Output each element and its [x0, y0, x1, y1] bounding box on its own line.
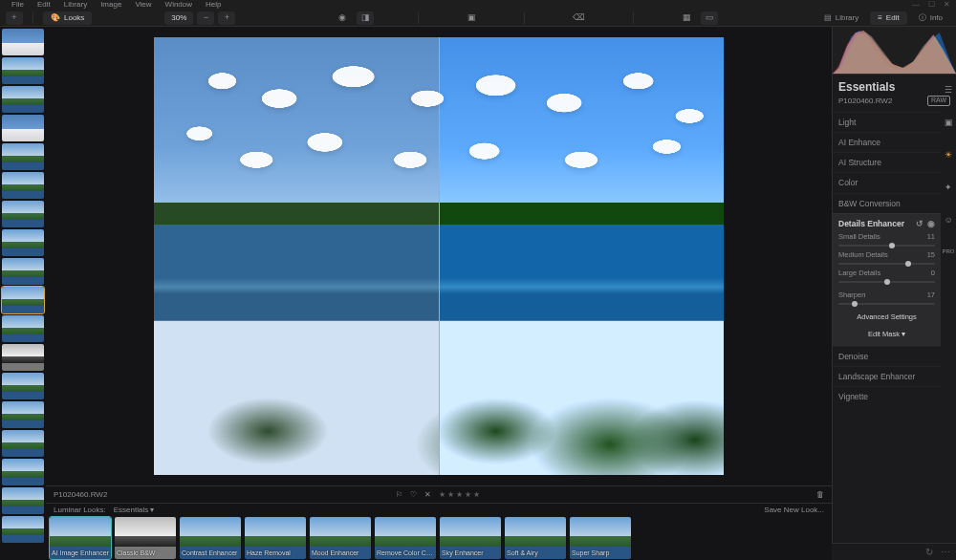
thumbnail[interactable]: [2, 258, 44, 285]
history-icon[interactable]: ↻: [925, 547, 933, 558]
heart-icon[interactable]: ♡: [410, 490, 417, 500]
window-controls: — ☐ ✕: [912, 0, 950, 10]
reject-icon[interactable]: ✕: [424, 490, 431, 500]
grid-icon[interactable]: ▦: [678, 11, 695, 25]
mode-edit[interactable]: ≡Edit: [870, 11, 906, 25]
menu-edit[interactable]: Edit: [32, 0, 56, 10]
edit-mask-button[interactable]: Edit Mask ▾: [838, 327, 935, 341]
advanced-settings-button[interactable]: Advanced Settings: [838, 310, 935, 324]
section-title: Essentials: [833, 75, 956, 96]
filter-landscape-enhancer[interactable]: Landscape Enhancer: [833, 366, 941, 386]
thumbnail[interactable]: [2, 459, 44, 485]
thumbnail[interactable]: [2, 487, 44, 514]
visibility-icon[interactable]: ◉: [927, 219, 935, 228]
menu-help[interactable]: Help: [200, 0, 227, 10]
pro-icon[interactable]: PRO: [943, 247, 954, 258]
thumbnail[interactable]: [2, 315, 44, 342]
close-button[interactable]: ✕: [943, 0, 950, 10]
look-item[interactable]: AI Image Enhancer: [50, 517, 111, 559]
menu-dots-icon[interactable]: ⋯: [941, 547, 950, 558]
thumbnail[interactable]: [2, 201, 44, 227]
looks-button[interactable]: 🎨 Looks: [43, 11, 92, 25]
filter-denoise[interactable]: Denoise: [833, 346, 941, 366]
thumbnail[interactable]: [2, 401, 44, 428]
slider-value: 0: [920, 269, 935, 277]
mode-info[interactable]: ⓘInfo: [911, 11, 950, 25]
thumbnail[interactable]: [2, 430, 44, 457]
maximize-button[interactable]: ☐: [927, 0, 935, 10]
look-item[interactable]: Mood Enhancer: [310, 517, 371, 559]
menu-window[interactable]: Window: [160, 0, 198, 10]
thumbnail[interactable]: [2, 373, 44, 399]
save-look-button[interactable]: Save New Look...: [764, 506, 824, 515]
slider-sharpen[interactable]: [838, 301, 935, 307]
zoom-in-button[interactable]: +: [218, 11, 235, 25]
menu-image[interactable]: Image: [95, 0, 127, 10]
slider-label: Sharpen: [838, 291, 865, 299]
reset-icon[interactable]: ↺: [916, 219, 923, 228]
eye-icon[interactable]: ◉: [334, 11, 351, 25]
thumbnail[interactable]: [2, 57, 44, 84]
thumbnail[interactable]: [2, 516, 44, 543]
crop-icon[interactable]: ▣: [463, 11, 480, 25]
thumbnail[interactable]: [2, 115, 44, 141]
compare-divider[interactable]: [439, 37, 440, 475]
filter-details-enhancer[interactable]: Details Enhancer ↺ ◉ Small Details11 Med…: [833, 213, 941, 346]
slider-value: 15: [920, 250, 935, 259]
right-panel: Essentials P1020460.RW2 RAW Light AI Enh…: [832, 27, 956, 560]
look-item[interactable]: Contrast Enhancer: [180, 517, 241, 559]
minimize-button[interactable]: —: [912, 0, 920, 10]
zoom-out-button[interactable]: −: [197, 11, 214, 25]
slider-label: Small Details: [838, 232, 880, 241]
slider-medium-details[interactable]: [838, 261, 935, 267]
thumbnail[interactable]: [2, 229, 44, 256]
slider-large-details[interactable]: [838, 279, 935, 285]
trash-icon[interactable]: 🗑: [816, 490, 824, 500]
filter-color[interactable]: Color: [833, 172, 941, 192]
look-item[interactable]: Sky Enhancer: [440, 517, 501, 559]
look-item[interactable]: Soft & Airy: [505, 517, 566, 559]
flag-icon[interactable]: ⚐: [396, 490, 402, 500]
preview-image[interactable]: [154, 37, 724, 475]
thumbnail-selected[interactable]: [2, 287, 44, 313]
thumbnail[interactable]: [2, 344, 44, 371]
canvas-icon[interactable]: ▣: [943, 117, 954, 128]
filter-bw[interactable]: B&W Conversion: [833, 193, 941, 213]
thumbnail[interactable]: [2, 143, 44, 170]
histogram: [833, 27, 956, 75]
filmstrip[interactable]: [0, 27, 46, 560]
look-item[interactable]: Haze Removal: [245, 517, 306, 559]
chevron-down-icon[interactable]: ▾: [150, 506, 154, 515]
portrait-icon[interactable]: ☺: [943, 214, 954, 226]
look-item[interactable]: Classic B&W: [115, 517, 176, 559]
thumbnail[interactable]: [2, 172, 44, 199]
add-button[interactable]: +: [6, 11, 23, 25]
look-item[interactable]: Super Sharp: [570, 517, 631, 559]
layers-icon[interactable]: ☰: [943, 84, 954, 96]
essentials-icon[interactable]: ☀: [943, 149, 954, 161]
single-icon[interactable]: ▭: [701, 11, 718, 25]
looks-strip[interactable]: AI Image Enhancer Classic B&W Contrast E…: [46, 517, 832, 560]
category-rail: ☰ ▣ ☀ ✦ ☺ PRO: [941, 75, 956, 560]
thumbnail[interactable]: [2, 29, 44, 55]
filter-ai-enhance[interactable]: AI Enhance: [833, 132, 941, 152]
menu-view[interactable]: View: [129, 0, 157, 10]
look-item[interactable]: Remove Color Cast: [375, 517, 436, 559]
looks-category[interactable]: Essentials: [114, 506, 148, 515]
menu-library[interactable]: Library: [58, 0, 93, 10]
rating-stars[interactable]: ★★★★★: [439, 490, 482, 500]
stage-status-bar: P1020460.RW2 ⚐ ♡ ✕ ★★★★★ 🗑: [46, 485, 832, 503]
filter-vignette[interactable]: Vignette: [833, 386, 941, 406]
filter-ai-structure[interactable]: AI Structure: [833, 152, 941, 172]
creative-icon[interactable]: ✦: [943, 182, 954, 193]
statusbar-right: ↻ ⋯: [832, 543, 956, 560]
menu-file[interactable]: File: [6, 0, 30, 10]
filter-light[interactable]: Light: [833, 112, 941, 132]
slider-small-details[interactable]: [838, 243, 935, 248]
mode-library[interactable]: ▤Library: [816, 11, 866, 25]
thumbnail[interactable]: [2, 86, 44, 113]
compare-toggle[interactable]: ◨: [357, 11, 374, 25]
zoom-percent[interactable]: 30%: [164, 11, 193, 25]
erase-icon[interactable]: ⌫: [569, 11, 589, 25]
status-filename: P1020460.RW2: [54, 490, 107, 500]
